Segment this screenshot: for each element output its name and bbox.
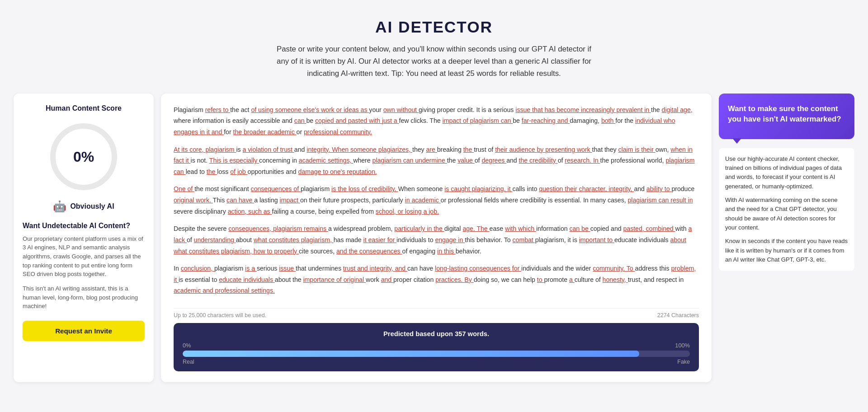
invite-button[interactable]: Request an Invite [23,321,145,341]
content-link[interactable]: broader [244,128,267,136]
content-link[interactable]: impact [280,197,300,204]
content-link[interactable]: a [569,276,575,283]
content-link[interactable]: refers to [205,106,231,113]
content-link[interactable]: a violation [243,146,273,153]
content-link[interactable]: for [387,236,396,243]
content-link[interactable]: issue [279,265,296,272]
content-link[interactable]: prevalent in [616,106,651,113]
content-link[interactable]: original work. [174,197,213,204]
content-link[interactable]: professional settings. [215,287,275,294]
content-link[interactable]: or losing [397,208,423,215]
content-link[interactable]: of credibility. [362,185,398,192]
content-link[interactable]: One of [174,185,194,192]
content-link[interactable]: or ideas [336,106,361,113]
content-link[interactable]: degrees [481,157,506,164]
content-link[interactable]: can have [226,197,254,204]
content-link[interactable]: when in [670,146,693,153]
content-link[interactable]: is caught [444,185,472,192]
content-link[interactable]: own without [383,106,419,113]
content-link[interactable]: digital age, [662,106,693,113]
content-link[interactable]: to [537,276,544,283]
content-link[interactable]: can [403,157,415,164]
content-link[interactable]: academic and [174,287,215,294]
content-link[interactable]: constitutes plagiarism, [189,248,254,255]
content-link[interactable]: can [294,117,307,124]
content-link[interactable]: By [464,276,473,283]
content-link[interactable]: ability to [646,185,672,192]
content-link[interactable]: someone plagiarizes, [350,146,412,153]
content-link[interactable]: of original [336,276,366,283]
content-link[interactable]: just a [382,117,399,124]
content-link[interactable]: using someone [258,106,303,113]
content-link[interactable]: damage to [298,168,330,175]
content-link[interactable]: a job. [424,208,439,215]
content-link[interactable]: is [331,185,338,192]
content-link[interactable]: in [437,248,444,255]
content-link[interactable]: work [577,146,592,153]
content-link[interactable]: be [581,225,590,232]
content-link[interactable]: community. [593,265,627,272]
content-link[interactable]: conclusion, [181,265,214,272]
content-link[interactable]: copied and [315,117,348,124]
content-link[interactable]: undermine [415,157,447,164]
content-link[interactable]: pasted with [348,117,382,124]
content-link[interactable]: To [627,265,635,272]
content-link[interactable]: and [336,248,349,255]
content-link[interactable]: of trust [273,146,294,153]
content-link[interactable]: core, plagiarism [189,146,236,153]
content-link[interactable]: loss [349,185,362,192]
content-link[interactable]: practices. [435,276,464,283]
content-link[interactable]: become increasingly [557,106,616,113]
content-link[interactable]: it easier [363,236,387,243]
content-link[interactable]: are [426,146,437,153]
content-link[interactable]: else's work [303,106,336,113]
content-link[interactable]: combat [513,236,535,243]
content-link[interactable]: consequences, [228,225,273,232]
content-link[interactable]: trust and [343,265,370,272]
content-link[interactable]: long-lasting consequences [435,265,512,272]
content-link[interactable]: the [463,146,474,153]
content-link[interactable]: both [601,117,615,124]
content-link[interactable]: constitutes plagiarism, [269,236,334,243]
content-link[interactable]: the [338,185,348,192]
content-link[interactable]: as [264,208,272,215]
content-link[interactable]: of [251,106,258,113]
content-link[interactable]: integrity. When [307,146,350,153]
content-link[interactable]: by [537,146,545,153]
content-link[interactable]: This is [209,157,230,164]
content-link[interactable]: presenting [545,146,577,153]
content-link[interactable]: and [381,276,393,283]
content-link[interactable]: issue that [515,106,544,113]
content-link[interactable]: of job [230,168,247,175]
content-link[interactable]: character, integrity, [579,185,634,192]
content-link[interactable]: result in [670,197,693,204]
content-link[interactable]: claim is [618,146,641,153]
content-link[interactable]: their audience [495,146,537,153]
content-link[interactable]: their [641,146,655,153]
content-link[interactable]: in academic [405,197,441,204]
content-link[interactable]: honesty, [603,276,628,283]
content-link[interactable]: engage [435,236,458,243]
content-link[interactable]: how [254,248,267,255]
content-link[interactable]: to properly [267,248,299,255]
content-link[interactable]: as [361,106,369,113]
content-link[interactable]: action, such [228,208,264,215]
content-link[interactable]: plagiarism can [470,117,513,124]
content-link[interactable]: the credibility [519,157,558,164]
content-link[interactable]: professional community. [304,128,372,136]
content-link[interactable]: this [444,248,456,255]
content-link[interactable]: for [512,265,521,272]
content-link[interactable]: educate individuals [219,276,275,283]
content-link[interactable]: integrity, and [370,265,407,272]
content-link[interactable]: plagiarism can [628,197,671,204]
content-link[interactable]: age. The [462,225,489,232]
content-link[interactable]: with which [505,225,536,232]
content-link[interactable]: the [207,168,217,175]
content-link[interactable]: consequences of [251,185,301,192]
content-link[interactable]: plagiarism remains [273,225,328,232]
content-link[interactable]: especially [229,157,259,164]
content-link[interactable]: the consequences [349,248,402,255]
content-link[interactable]: individual who [635,117,675,124]
content-link[interactable]: important to [579,236,614,243]
content-link[interactable]: the [434,225,444,232]
